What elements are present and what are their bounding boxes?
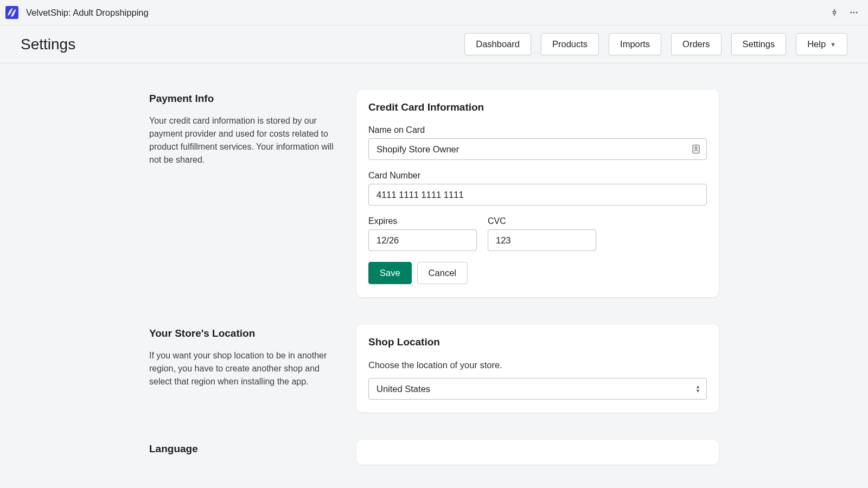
page-title: Settings xyxy=(21,36,75,53)
scroll-area[interactable]: Payment Info Your credit card informatio… xyxy=(0,63,868,488)
nav-orders[interactable]: Orders xyxy=(671,33,721,55)
autofill-icon[interactable] xyxy=(691,144,701,155)
name-on-card-input[interactable] xyxy=(368,138,707,160)
chevron-down-icon: ▼ xyxy=(830,41,836,48)
nav-imports[interactable]: Imports xyxy=(609,33,661,55)
page-header: Settings Dashboard Products Imports Orde… xyxy=(0,25,868,63)
location-side-desc: If you want your shop location to be in … xyxy=(149,349,339,388)
app-title: VelvetShip: Adult Dropshipping xyxy=(26,8,149,18)
expires-label: Expires xyxy=(368,216,477,226)
app-logo-icon xyxy=(5,6,18,19)
location-card-desc: Choose the location of your store. xyxy=(368,360,707,370)
svg-point-3 xyxy=(856,12,858,14)
save-button[interactable]: Save xyxy=(368,262,412,284)
location-card: Shop Location Choose the location of you… xyxy=(356,324,719,413)
section-payment: Payment Info Your credit card informatio… xyxy=(149,89,719,297)
name-on-card-label: Name on Card xyxy=(368,125,707,135)
location-card-title: Shop Location xyxy=(368,336,707,348)
cvc-label: CVC xyxy=(488,216,596,226)
svg-point-5 xyxy=(695,146,697,149)
card-number-input[interactable] xyxy=(368,184,707,206)
svg-point-1 xyxy=(850,12,852,14)
more-icon[interactable] xyxy=(846,5,861,20)
payment-side-title: Payment Info xyxy=(149,93,339,105)
section-language: Language xyxy=(149,440,719,465)
location-side-title: Your Store's Location xyxy=(149,328,339,339)
section-location: Your Store's Location If you want your s… xyxy=(149,324,719,413)
cancel-button[interactable]: Cancel xyxy=(417,262,468,284)
app-bar: VelvetShip: Adult Dropshipping xyxy=(0,0,868,25)
payment-card-title: Credit Card Information xyxy=(368,101,707,113)
card-number-label: Card Number xyxy=(368,171,707,181)
svg-rect-0 xyxy=(5,6,18,19)
language-side-title: Language xyxy=(149,443,339,455)
payment-side-desc: Your credit card information is stored b… xyxy=(149,114,339,166)
location-select[interactable]: United States xyxy=(368,378,707,400)
nav-help-label: Help xyxy=(807,39,826,49)
language-card xyxy=(356,440,719,465)
nav-products[interactable]: Products xyxy=(541,33,599,55)
svg-point-2 xyxy=(853,12,855,14)
cvc-input[interactable] xyxy=(488,229,596,251)
nav-help[interactable]: Help ▼ xyxy=(796,33,847,55)
nav-dashboard[interactable]: Dashboard xyxy=(464,33,531,55)
expires-input[interactable] xyxy=(368,229,477,251)
nav-settings[interactable]: Settings xyxy=(731,33,787,55)
payment-card: Credit Card Information Name on Card Car… xyxy=(356,89,719,297)
pin-icon[interactable] xyxy=(827,5,842,20)
